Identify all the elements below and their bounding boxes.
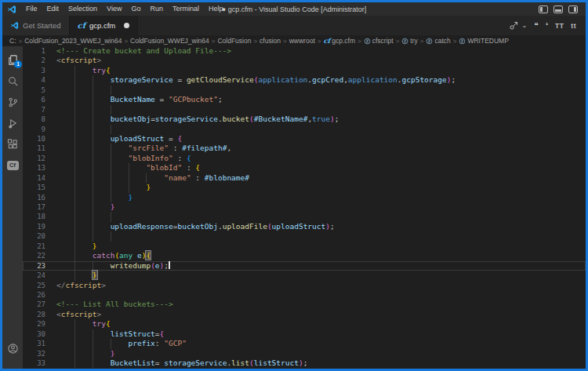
code-line-30[interactable]: 30 listStruct={: [23, 329, 586, 339]
code-text[interactable]: "blobId" : {: [56, 163, 586, 173]
breadcrumb-item[interactable]: ColdFusion: [217, 37, 251, 45]
code-text[interactable]: <!--- List All buckets--->: [56, 300, 586, 309]
code-text[interactable]: }: [56, 242, 586, 251]
code-text[interactable]: try{: [56, 66, 586, 75]
code-line-31[interactable]: 31 prefix: "GCP": [23, 339, 586, 348]
breadcrumb-item[interactable]: cfgcp.cfm: [323, 37, 355, 45]
activitybar-account[interactable]: [4, 340, 21, 356]
code-line-11[interactable]: 11 "srcFile" : #filepath#,: [23, 144, 586, 153]
code-text[interactable]: writedump(e);: [56, 261, 586, 271]
code-line-26[interactable]: 26: [23, 290, 586, 300]
code-line-3[interactable]: 3 try{: [23, 66, 586, 75]
menu-run[interactable]: Run: [145, 2, 168, 16]
code-text[interactable]: <cfscript>: [56, 310, 586, 319]
code-text[interactable]: try{: [56, 319, 586, 329]
code-line-16[interactable]: 16 }: [23, 193, 586, 202]
code-line-8[interactable]: 8 bucketObj=storageService.bucket(#Bucke…: [23, 115, 586, 124]
breadcrumb-item[interactable]: ColdFusion_2023_WWEJ_win64: [24, 37, 122, 45]
code-line-27[interactable]: 27<!--- List All buckets--->: [23, 300, 586, 309]
menu-go[interactable]: Go: [126, 2, 145, 16]
code-line-25[interactable]: 25</cfscript>: [23, 281, 586, 290]
code-line-10[interactable]: 10 uploadStruct = {: [23, 134, 586, 144]
code-line-28[interactable]: 28<cfscript>: [23, 310, 586, 319]
code-line-22[interactable]: 22 catch(any e){: [23, 251, 586, 260]
code-line-14[interactable]: 14 "name" : #blobname#: [23, 173, 586, 183]
lowercase-icon[interactable]: tt: [571, 22, 576, 30]
activitybar-search[interactable]: [4, 73, 21, 89]
activitybar-explorer[interactable]: 1: [4, 52, 21, 67]
menu-help[interactable]: Help: [204, 2, 228, 16]
code-text[interactable]: <cfscript>: [56, 56, 586, 65]
code-line-32[interactable]: 32 }: [23, 349, 586, 358]
toggle-sidebar-left-icon[interactable]: [539, 5, 548, 13]
code-line-19[interactable]: 19 uploadResponse=bucketObj.uploadFile(u…: [23, 222, 586, 231]
code-text[interactable]: [56, 212, 586, 221]
tab-gcp-cfm[interactable]: cfgcp.cfm: [70, 16, 139, 35]
code-line-18[interactable]: 18: [23, 212, 586, 221]
code-text[interactable]: BucketName = "GCPbucket";: [56, 95, 586, 104]
breadcrumb-item[interactable]: C:: [9, 37, 16, 45]
menu-terminal[interactable]: Terminal: [168, 2, 204, 16]
code-text[interactable]: catch(any e){: [56, 251, 586, 260]
code-text[interactable]: }: [56, 271, 586, 280]
activitybar-extensions[interactable]: [4, 136, 21, 152]
double-quote-icon[interactable]: ❝: [534, 21, 538, 30]
code-text[interactable]: storageService = getCloudService(applica…: [56, 75, 586, 85]
code-line-5[interactable]: 5: [23, 85, 586, 95]
code-line-21[interactable]: 21 }: [23, 242, 586, 251]
menu-edit[interactable]: Edit: [42, 2, 64, 16]
code-line-1[interactable]: 1<!--- Create bucket and Upload File--->: [23, 46, 586, 56]
code-line-23[interactable]: 23 writedump(e);: [23, 261, 586, 271]
breadcrumb-item[interactable]: wwwroot: [289, 37, 315, 45]
breadcrumb-item[interactable]: try: [401, 37, 417, 45]
code-line-7[interactable]: 7: [23, 105, 586, 115]
breadcrumb-item[interactable]: catch: [426, 37, 450, 45]
run-code-icon[interactable]: [509, 20, 519, 31]
single-quote-icon[interactable]: ❛: [546, 21, 548, 30]
menu-view[interactable]: View: [102, 2, 126, 16]
code-line-13[interactable]: 13 "blobId" : {: [23, 163, 586, 173]
code-text[interactable]: bucketObj=storageService.bucket(#BucketN…: [56, 115, 586, 124]
code-line-24[interactable]: 24 }: [23, 271, 586, 280]
code-text[interactable]: BucketList= storageService.list(listStru…: [56, 358, 586, 368]
code-text[interactable]: [56, 290, 586, 300]
activitybar-source-control[interactable]: [4, 94, 21, 110]
breadcrumb-item[interactable]: cfscript: [364, 37, 394, 45]
code-text[interactable]: [56, 125, 586, 134]
code-text[interactable]: uploadStruct = {: [56, 134, 586, 144]
code-text[interactable]: uploadResponse=bucketObj.uploadFile(uplo…: [56, 222, 586, 231]
breadcrumb-item[interactable]: WRITEDUMP: [459, 37, 508, 45]
toggle-sidebar-right-icon[interactable]: [568, 5, 578, 13]
code-text[interactable]: prefix: "GCP": [56, 339, 586, 348]
code-line-33[interactable]: 33 BucketList= storageService.list(listS…: [23, 358, 586, 368]
activitybar-coldfusion[interactable]: Cf: [4, 158, 21, 173]
code-text[interactable]: }: [56, 202, 586, 212]
code-text[interactable]: "blobInfo" : {: [56, 154, 586, 163]
code-text[interactable]: </cfscript>: [56, 281, 586, 290]
code-text[interactable]: "srcFile" : #filepath#,: [56, 144, 586, 153]
code-line-17[interactable]: 17 }: [23, 202, 586, 212]
code-text[interactable]: [56, 85, 586, 95]
code-text[interactable]: <!--- Create bucket and Upload File--->: [56, 46, 586, 56]
breadcrumb-item[interactable]: ColdFusion_WWEJ_win64: [130, 37, 209, 45]
activitybar-run-debug[interactable]: [4, 115, 21, 131]
code-line-12[interactable]: 12 "blobInfo" : {: [23, 154, 586, 163]
code-text[interactable]: [56, 231, 586, 241]
chevron-down-icon[interactable]: ⌄: [522, 22, 528, 29]
toggle-panel-icon[interactable]: [554, 5, 563, 13]
breadcrumb-item[interactable]: cfusion: [260, 37, 281, 45]
code-editor[interactable]: 1<!--- Create bucket and Upload File--->…: [23, 46, 586, 369]
code-text[interactable]: }: [56, 183, 586, 192]
menu-file[interactable]: File: [21, 2, 42, 16]
code-line-9[interactable]: 9: [23, 125, 586, 134]
tab-get-started[interactable]: Get Started: [2, 16, 70, 35]
unsaved-dot-icon[interactable]: [124, 23, 129, 28]
code-line-2[interactable]: 2<cfscript>: [23, 56, 586, 65]
code-line-6[interactable]: 6 BucketName = "GCPbucket";: [23, 95, 586, 104]
menu-selection[interactable]: Selection: [64, 2, 102, 16]
code-text[interactable]: }: [56, 349, 586, 358]
code-line-29[interactable]: 29 try{: [23, 319, 586, 329]
code-text[interactable]: }: [56, 193, 586, 202]
code-text[interactable]: listStruct={: [56, 329, 586, 339]
code-line-15[interactable]: 15 }: [23, 183, 586, 192]
